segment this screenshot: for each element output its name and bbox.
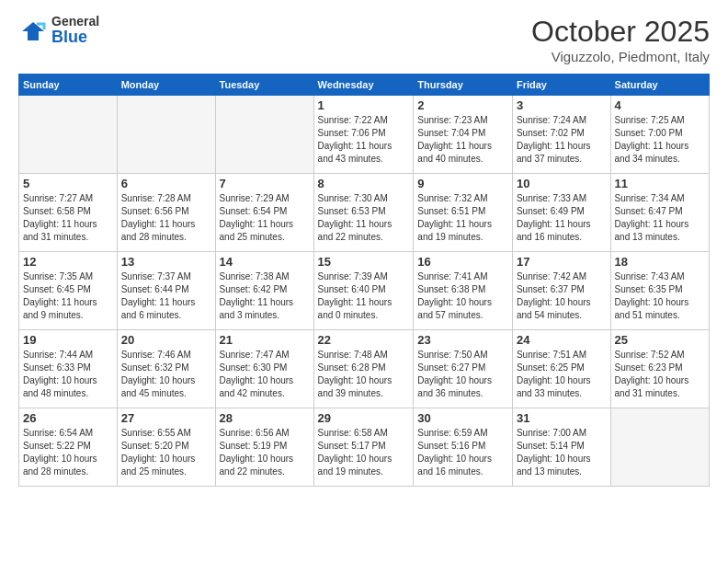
day-number: 4 <box>615 98 705 112</box>
day-number: 6 <box>121 177 211 190</box>
table-row: 30Sunrise: 6:59 AMSunset: 5:16 PMDayligh… <box>414 408 513 487</box>
table-row: 5Sunrise: 7:27 AMSunset: 6:58 PMDaylight… <box>19 174 118 252</box>
header-sunday: Sunday <box>19 75 118 96</box>
logo: General Blue <box>18 15 99 47</box>
table-row: 22Sunrise: 7:48 AMSunset: 6:28 PMDayligh… <box>313 330 414 408</box>
day-number: 26 <box>23 411 113 425</box>
table-row: 21Sunrise: 7:47 AMSunset: 6:30 PMDayligh… <box>215 330 313 408</box>
day-number: 8 <box>318 177 410 190</box>
calendar-week-row: 12Sunrise: 7:35 AMSunset: 6:45 PMDayligh… <box>19 252 710 330</box>
day-number: 12 <box>23 255 113 269</box>
day-info: Sunrise: 7:43 AMSunset: 6:35 PMDaylight:… <box>615 270 705 322</box>
calendar-week-row: 5Sunrise: 7:27 AMSunset: 6:58 PMDaylight… <box>19 174 710 252</box>
table-row: 31Sunrise: 7:00 AMSunset: 5:14 PMDayligh… <box>512 408 610 487</box>
table-row: 7Sunrise: 7:29 AMSunset: 6:54 PMDaylight… <box>215 174 313 252</box>
table-row: 2Sunrise: 7:23 AMSunset: 7:04 PMDaylight… <box>414 96 513 174</box>
day-info: Sunrise: 7:28 AMSunset: 6:56 PMDaylight:… <box>121 192 211 244</box>
day-number: 15 <box>318 255 410 269</box>
table-row: 10Sunrise: 7:33 AMSunset: 6:49 PMDayligh… <box>512 174 610 252</box>
table-row: 8Sunrise: 7:30 AMSunset: 6:53 PMDaylight… <box>313 174 414 252</box>
day-number: 17 <box>517 255 607 269</box>
day-info: Sunrise: 7:39 AMSunset: 6:40 PMDaylight:… <box>318 270 410 322</box>
day-number: 14 <box>220 255 310 269</box>
day-info: Sunrise: 7:48 AMSunset: 6:28 PMDaylight:… <box>318 349 410 400</box>
table-row <box>610 408 709 487</box>
day-info: Sunrise: 7:00 AMSunset: 5:14 PMDaylight:… <box>517 427 607 478</box>
table-row: 18Sunrise: 7:43 AMSunset: 6:35 PMDayligh… <box>610 252 709 330</box>
logo-general-text: General <box>51 15 99 29</box>
page: General Blue October 2025 Viguzzolo, Pie… <box>0 0 728 563</box>
month-title: October 2025 <box>531 15 710 49</box>
day-info: Sunrise: 7:50 AMSunset: 6:27 PMDaylight:… <box>417 349 508 400</box>
calendar-week-row: 19Sunrise: 7:44 AMSunset: 6:33 PMDayligh… <box>19 330 710 408</box>
table-row: 29Sunrise: 6:58 AMSunset: 5:17 PMDayligh… <box>313 408 414 487</box>
day-info: Sunrise: 6:56 AMSunset: 5:19 PMDaylight:… <box>220 427 310 478</box>
day-info: Sunrise: 7:35 AMSunset: 6:45 PMDaylight:… <box>23 270 113 322</box>
table-row: 13Sunrise: 7:37 AMSunset: 6:44 PMDayligh… <box>117 252 215 330</box>
table-row: 15Sunrise: 7:39 AMSunset: 6:40 PMDayligh… <box>313 252 414 330</box>
calendar-week-row: 1Sunrise: 7:22 AMSunset: 7:06 PMDaylight… <box>19 96 710 174</box>
table-row: 12Sunrise: 7:35 AMSunset: 6:45 PMDayligh… <box>19 252 118 330</box>
day-info: Sunrise: 7:44 AMSunset: 6:33 PMDaylight:… <box>23 349 113 400</box>
day-info: Sunrise: 7:42 AMSunset: 6:37 PMDaylight:… <box>517 270 607 322</box>
header-wednesday: Wednesday <box>313 75 414 96</box>
table-row: 3Sunrise: 7:24 AMSunset: 7:02 PMDaylight… <box>512 96 610 174</box>
day-number: 3 <box>517 98 607 112</box>
calendar-header-row: Sunday Monday Tuesday Wednesday Thursday… <box>19 75 710 96</box>
table-row: 16Sunrise: 7:41 AMSunset: 6:38 PMDayligh… <box>414 252 513 330</box>
day-info: Sunrise: 7:46 AMSunset: 6:32 PMDaylight:… <box>121 349 211 400</box>
day-number: 7 <box>220 177 310 190</box>
day-info: Sunrise: 7:27 AMSunset: 6:58 PMDaylight:… <box>23 192 113 244</box>
table-row: 4Sunrise: 7:25 AMSunset: 7:00 PMDaylight… <box>610 96 709 174</box>
day-number: 31 <box>517 411 607 425</box>
day-info: Sunrise: 7:25 AMSunset: 7:00 PMDaylight:… <box>615 114 705 166</box>
table-row <box>19 96 118 174</box>
table-row: 20Sunrise: 7:46 AMSunset: 6:32 PMDayligh… <box>117 330 215 408</box>
day-info: Sunrise: 7:23 AMSunset: 7:04 PMDaylight:… <box>417 114 508 166</box>
table-row: 6Sunrise: 7:28 AMSunset: 6:56 PMDaylight… <box>117 174 215 252</box>
header: General Blue October 2025 Viguzzolo, Pie… <box>18 15 710 64</box>
day-number: 18 <box>615 255 705 269</box>
day-number: 27 <box>121 411 211 425</box>
header-friday: Friday <box>512 75 610 96</box>
table-row: 11Sunrise: 7:34 AMSunset: 6:47 PMDayligh… <box>610 174 709 252</box>
subtitle: Viguzzolo, Piedmont, Italy <box>531 49 710 64</box>
calendar-table: Sunday Monday Tuesday Wednesday Thursday… <box>18 74 710 487</box>
day-info: Sunrise: 7:38 AMSunset: 6:42 PMDaylight:… <box>220 270 310 322</box>
day-number: 13 <box>121 255 211 269</box>
day-number: 2 <box>417 98 508 112</box>
day-number: 20 <box>121 333 211 347</box>
day-info: Sunrise: 7:22 AMSunset: 7:06 PMDaylight:… <box>318 114 410 166</box>
table-row: 1Sunrise: 7:22 AMSunset: 7:06 PMDaylight… <box>313 96 414 174</box>
day-number: 9 <box>417 177 508 190</box>
day-info: Sunrise: 7:30 AMSunset: 6:53 PMDaylight:… <box>318 192 410 244</box>
day-info: Sunrise: 6:55 AMSunset: 5:20 PMDaylight:… <box>121 427 211 478</box>
table-row: 27Sunrise: 6:55 AMSunset: 5:20 PMDayligh… <box>117 408 215 487</box>
day-number: 16 <box>417 255 508 269</box>
day-info: Sunrise: 7:51 AMSunset: 6:25 PMDaylight:… <box>517 349 607 400</box>
day-info: Sunrise: 7:47 AMSunset: 6:30 PMDaylight:… <box>220 349 310 400</box>
day-info: Sunrise: 7:52 AMSunset: 6:23 PMDaylight:… <box>615 349 705 400</box>
calendar-week-row: 26Sunrise: 6:54 AMSunset: 5:22 PMDayligh… <box>19 408 710 487</box>
table-row: 28Sunrise: 6:56 AMSunset: 5:19 PMDayligh… <box>215 408 313 487</box>
table-row: 9Sunrise: 7:32 AMSunset: 6:51 PMDaylight… <box>414 174 513 252</box>
table-row <box>117 96 215 174</box>
day-number: 24 <box>517 333 607 347</box>
header-tuesday: Tuesday <box>215 75 313 96</box>
day-number: 22 <box>318 333 410 347</box>
day-info: Sunrise: 6:54 AMSunset: 5:22 PMDaylight:… <box>23 427 113 478</box>
table-row: 24Sunrise: 7:51 AMSunset: 6:25 PMDayligh… <box>512 330 610 408</box>
table-row: 23Sunrise: 7:50 AMSunset: 6:27 PMDayligh… <box>414 330 513 408</box>
table-row: 14Sunrise: 7:38 AMSunset: 6:42 PMDayligh… <box>215 252 313 330</box>
header-thursday: Thursday <box>414 75 513 96</box>
logo-text: General Blue <box>51 15 99 47</box>
day-number: 29 <box>318 411 410 425</box>
day-number: 23 <box>417 333 508 347</box>
day-info: Sunrise: 7:24 AMSunset: 7:02 PMDaylight:… <box>517 114 607 166</box>
day-info: Sunrise: 7:41 AMSunset: 6:38 PMDaylight:… <box>417 270 508 322</box>
day-info: Sunrise: 7:37 AMSunset: 6:44 PMDaylight:… <box>121 270 211 322</box>
day-info: Sunrise: 6:58 AMSunset: 5:17 PMDaylight:… <box>318 427 410 478</box>
day-info: Sunrise: 6:59 AMSunset: 5:16 PMDaylight:… <box>417 427 508 478</box>
table-row: 26Sunrise: 6:54 AMSunset: 5:22 PMDayligh… <box>19 408 118 487</box>
day-number: 19 <box>23 333 113 347</box>
